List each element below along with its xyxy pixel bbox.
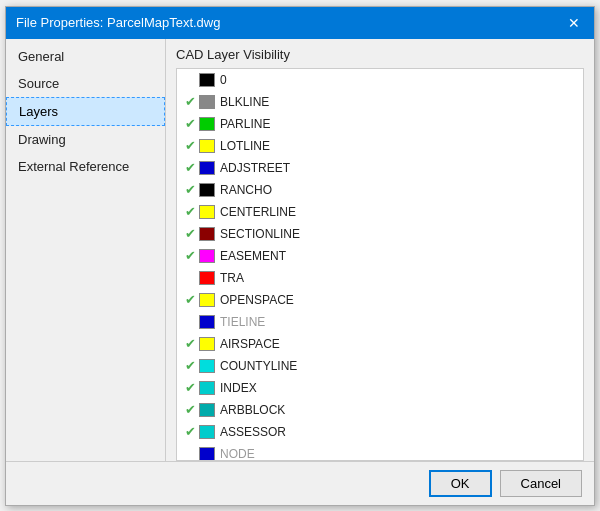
layer-name: AIRSPACE	[220, 337, 280, 351]
visibility-check: ✔	[181, 226, 199, 241]
visibility-check: ✔	[181, 182, 199, 197]
visibility-check: ✔	[181, 358, 199, 373]
layer-name: CENTERLINE	[220, 205, 296, 219]
layer-item[interactable]: TIELINE	[177, 311, 583, 333]
color-swatch	[199, 139, 215, 153]
layer-item[interactable]: ✔ARBBLOCK	[177, 399, 583, 421]
layer-list[interactable]: 0✔BLKLINE✔PARLINE✔LOTLINE✔ADJSTREET✔RANC…	[176, 68, 584, 461]
ok-button[interactable]: OK	[429, 470, 492, 497]
visibility-check: ✔	[181, 336, 199, 351]
color-swatch	[199, 73, 215, 87]
layer-name: BLKLINE	[220, 95, 269, 109]
layer-item[interactable]: ✔SECTIONLINE	[177, 223, 583, 245]
layer-item[interactable]: ✔INDEX	[177, 377, 583, 399]
color-swatch	[199, 315, 215, 329]
visibility-check: ✔	[181, 116, 199, 131]
layer-item[interactable]: ✔ASSESSOR	[177, 421, 583, 443]
color-swatch	[199, 249, 215, 263]
visibility-check: ✔	[181, 380, 199, 395]
layer-name: ARBBLOCK	[220, 403, 285, 417]
dialog-title: File Properties: ParcelMapText.dwg	[16, 15, 220, 30]
layer-name: LOTLINE	[220, 139, 270, 153]
layer-name: EASEMENT	[220, 249, 286, 263]
color-swatch	[199, 183, 215, 197]
visibility-check: ✔	[181, 292, 199, 307]
layer-name: RANCHO	[220, 183, 272, 197]
content-area: CAD Layer Visibility 0✔BLKLINE✔PARLINE✔L…	[166, 39, 594, 461]
layer-name: SECTIONLINE	[220, 227, 300, 241]
title-bar: File Properties: ParcelMapText.dwg ✕	[6, 7, 594, 39]
close-button[interactable]: ✕	[564, 13, 584, 33]
sidebar-item-layers[interactable]: Layers	[6, 97, 165, 126]
file-properties-dialog: File Properties: ParcelMapText.dwg ✕ Gen…	[5, 6, 595, 506]
color-swatch	[199, 359, 215, 373]
sidebar-item-external-reference[interactable]: External Reference	[6, 153, 165, 180]
layer-item[interactable]: ✔COUNTYLINE	[177, 355, 583, 377]
color-swatch	[199, 337, 215, 351]
visibility-check: ✔	[181, 248, 199, 263]
layer-item[interactable]: ✔AIRSPACE	[177, 333, 583, 355]
visibility-check: ✔	[181, 138, 199, 153]
layer-item[interactable]: ✔OPENSPACE	[177, 289, 583, 311]
color-swatch	[199, 117, 215, 131]
layer-item[interactable]: ✔CENTERLINE	[177, 201, 583, 223]
color-swatch	[199, 95, 215, 109]
sidebar: GeneralSourceLayersDrawingExternal Refer…	[6, 39, 166, 461]
visibility-check: ✔	[181, 424, 199, 439]
layer-item[interactable]: NODE	[177, 443, 583, 461]
layer-name: ADJSTREET	[220, 161, 290, 175]
layer-name: 0	[220, 73, 227, 87]
sidebar-item-drawing[interactable]: Drawing	[6, 126, 165, 153]
layer-name: TIELINE	[220, 315, 265, 329]
layer-item[interactable]: TRA	[177, 267, 583, 289]
color-swatch	[199, 293, 215, 307]
color-swatch	[199, 403, 215, 417]
layer-name: TRA	[220, 271, 244, 285]
layer-name: ASSESSOR	[220, 425, 286, 439]
layer-name: INDEX	[220, 381, 257, 395]
layer-name: PARLINE	[220, 117, 270, 131]
visibility-check: ✔	[181, 402, 199, 417]
color-swatch	[199, 205, 215, 219]
color-swatch	[199, 425, 215, 439]
content-title: CAD Layer Visibility	[176, 47, 584, 62]
dialog-footer: OK Cancel	[6, 461, 594, 505]
color-swatch	[199, 227, 215, 241]
layer-item[interactable]: ✔PARLINE	[177, 113, 583, 135]
layer-item[interactable]: ✔BLKLINE	[177, 91, 583, 113]
layer-item[interactable]: 0	[177, 69, 583, 91]
cancel-button[interactable]: Cancel	[500, 470, 582, 497]
color-swatch	[199, 161, 215, 175]
layer-item[interactable]: ✔RANCHO	[177, 179, 583, 201]
layer-item[interactable]: ✔ADJSTREET	[177, 157, 583, 179]
sidebar-item-general[interactable]: General	[6, 43, 165, 70]
layer-item[interactable]: ✔EASEMENT	[177, 245, 583, 267]
dialog-body: GeneralSourceLayersDrawingExternal Refer…	[6, 39, 594, 461]
layer-item[interactable]: ✔LOTLINE	[177, 135, 583, 157]
color-swatch	[199, 271, 215, 285]
layer-name: NODE	[220, 447, 255, 461]
visibility-check: ✔	[181, 94, 199, 109]
visibility-check: ✔	[181, 160, 199, 175]
layer-name: OPENSPACE	[220, 293, 294, 307]
layer-name: COUNTYLINE	[220, 359, 297, 373]
color-swatch	[199, 447, 215, 461]
color-swatch	[199, 381, 215, 395]
visibility-check: ✔	[181, 204, 199, 219]
sidebar-item-source[interactable]: Source	[6, 70, 165, 97]
